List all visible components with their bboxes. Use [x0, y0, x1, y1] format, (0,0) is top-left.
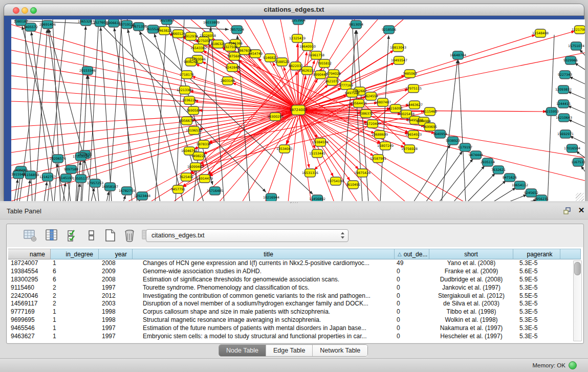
cell: 5.5E-5: [513, 292, 560, 300]
table-row[interactable]: 1872400712008Changes of HCN gene express…: [8, 259, 573, 268]
node-table: name in_degree year title △out_de... sho…: [7, 247, 583, 343]
scrollbar-thumb[interactable]: [574, 262, 581, 275]
graph-node-label: 8454749: [248, 52, 263, 55]
window-titlebar[interactable]: citations_edges.txt: [4, 4, 584, 16]
table-row[interactable]: 969969511998Structural magnetic resonanc…: [8, 316, 573, 324]
edge-arrowhead: [210, 181, 213, 185]
graph-node-label: 6497568: [345, 91, 359, 95]
graph-node-label: 16099489: [187, 165, 204, 168]
graph-edge-black: [467, 173, 495, 202]
table-select[interactable]: citations_edges.txt: [146, 229, 349, 242]
memory-ok-icon[interactable]: [569, 361, 577, 369]
cell: 2: [51, 300, 99, 308]
cell: Dudbridge et al. (2008): [429, 276, 513, 284]
table-row[interactable]: 946362711997Embryonic stem cells: a mode…: [8, 333, 573, 341]
graph-node-label: 9777169: [339, 83, 353, 87]
graph-node-label: 16531316: [302, 171, 318, 174]
select-all-icon[interactable]: [66, 228, 80, 243]
column-header-pagerank[interactable]: pagerank: [513, 249, 560, 259]
graph-node-label: 1353904: [291, 19, 306, 22]
graph-node-label: 9610491: [346, 183, 360, 186]
table-row[interactable]: 1456911722003Disruption of a novel membe…: [8, 300, 573, 308]
cell: Yano et al. (2008): [429, 259, 513, 268]
cell: 18724007: [8, 259, 51, 268]
cell: 0: [395, 316, 429, 324]
graph-node-label: 5878334: [197, 142, 211, 146]
graph-node-label: 9498222: [191, 154, 206, 158]
graph-node-label: 18724007: [289, 108, 308, 112]
graph-node-label: 10216944: [263, 195, 279, 199]
graph-node-label: 10754198: [328, 179, 344, 183]
graph-node-label: 7485063: [403, 72, 417, 75]
table-row[interactable]: 977716911998Corpus callosum shape and si…: [8, 308, 573, 316]
cell: 14569117: [8, 300, 51, 308]
graph-edge-black: [493, 188, 516, 202]
edge-arrowhead: [312, 60, 315, 64]
column-header-name[interactable]: name: [8, 249, 51, 259]
network-canvas[interactable]: 2380187140557220691406106532871527602690…: [11, 19, 585, 202]
cell: Genome-wide association studies in ADHD.: [133, 268, 395, 276]
graph-node-label: 11548408: [532, 31, 549, 35]
graph-node-label: 23564436: [351, 101, 367, 105]
new-document-icon[interactable]: [103, 228, 117, 243]
edge-arrowhead: [305, 52, 308, 55]
tab-edge-table[interactable]: Edge Table: [266, 345, 313, 356]
cell: Estimation of significance thresholds fo…: [133, 276, 395, 284]
show-column-icon[interactable]: [45, 228, 59, 243]
table-row[interactable]: 1830029562008Estimation of significance …: [8, 276, 573, 284]
tab-network-table[interactable]: Network Table: [313, 345, 367, 356]
cell: 6: [51, 268, 99, 276]
rows-icon[interactable]: [84, 228, 99, 243]
cell: 5.3E-5: [513, 324, 560, 333]
table-select-value: citations_edges.txt: [151, 232, 205, 239]
column-header-out-degree[interactable]: △out_de...: [395, 249, 429, 259]
edge-arrowhead: [28, 180, 31, 183]
cell: 9115460: [8, 284, 51, 292]
cell: 0: [395, 292, 429, 300]
graph-node-label: 6794028: [326, 72, 341, 75]
table-row[interactable]: 946554611997Estimation of the future num…: [8, 324, 573, 333]
graph-node-label: 9457791: [171, 187, 185, 191]
edge-arrowhead: [49, 29, 51, 33]
close-panel-icon[interactable]: ✕: [577, 206, 585, 215]
column-header-title[interactable]: title: [133, 249, 395, 259]
graph-node-label: 7625402: [179, 175, 193, 179]
table-row[interactable]: 911546021997Tourette syndrome. Phenomeno…: [8, 284, 573, 292]
graph-node-label: 16914479: [197, 177, 213, 180]
graph-node-label: 9329966: [563, 58, 578, 62]
edge-arrowhead: [127, 29, 130, 33]
cell: Changes of HCN gene expression and I(f) …: [133, 259, 395, 268]
table-toolbar: f(x) citations_edges.txt: [7, 224, 583, 247]
cell: 2: [51, 292, 99, 300]
edge-arrowhead: [16, 179, 19, 183]
graph-node-label: 9275057: [197, 39, 211, 42]
tab-node-table[interactable]: Node Table: [219, 345, 266, 356]
float-panel-icon[interactable]: [563, 207, 572, 215]
cell: Tibbo et al. (1998): [429, 308, 513, 316]
table-row[interactable]: 1938455462009Genome-wide association stu…: [8, 268, 573, 276]
column-header-short[interactable]: short: [429, 249, 513, 259]
column-header-year[interactable]: year: [99, 249, 133, 259]
graph-node-label: 14463627: [406, 103, 423, 106]
graph-node-label: 16958187: [102, 185, 118, 188]
table-row[interactable]: 2242004622012Investigating the contribut…: [8, 292, 573, 300]
graph-node-label: 1036228: [182, 98, 197, 102]
graph-node-label: 13534041: [276, 147, 293, 150]
table-body: 1872400712008Changes of HCN gene express…: [8, 259, 573, 343]
trash-icon[interactable]: [122, 228, 137, 243]
column-header-in-degree[interactable]: in_degree: [51, 249, 99, 259]
canvas-resize-grip[interactable]: [576, 193, 584, 201]
graph-node-label: 18300295: [267, 115, 284, 118]
graph-node-label: 7546366: [228, 41, 243, 45]
cell: 5.3E-5: [513, 284, 560, 292]
graph-edge-red: [298, 52, 307, 110]
graph-node-label: 1405572: [24, 25, 38, 29]
vertical-scrollbar[interactable]: [573, 260, 582, 341]
graph-node-label: 8912934: [184, 34, 198, 38]
cell: 18300295: [8, 276, 51, 284]
table-options-icon[interactable]: [23, 228, 37, 243]
graph-node-label: 17975115: [405, 86, 422, 90]
cell: 1998: [99, 308, 133, 316]
cell: 2009: [99, 268, 133, 276]
graph-node-label: 13626151: [299, 69, 315, 72]
